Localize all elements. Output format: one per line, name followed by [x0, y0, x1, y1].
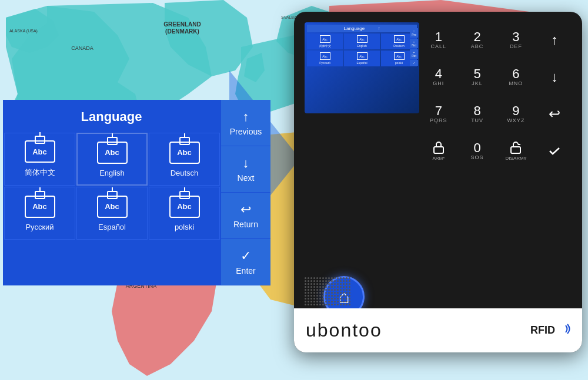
enter-check-icon: ✓: [240, 248, 251, 264]
key-arm-label: ARM*: [432, 156, 445, 161]
key-arm[interactable]: ARM*: [422, 134, 456, 167]
language-option-spanish[interactable]: Abc Español: [76, 187, 148, 240]
return-label: Return: [233, 220, 258, 229]
key-3[interactable]: 3 DEF: [499, 23, 533, 56]
speaker-dot: [349, 277, 350, 279]
key-1-number: 1: [435, 31, 442, 43]
language-option-russian[interactable]: Abc Русский: [4, 187, 75, 240]
screen-cell-chinese: Abc 简体中文: [307, 33, 343, 49]
speaker-dot: [331, 283, 333, 285]
speaker-dot: [349, 280, 350, 282]
language-label-polish: polski: [175, 223, 194, 231]
speaker-dot: [340, 280, 342, 282]
key-8-letters: TUV: [471, 117, 483, 123]
key-7[interactable]: 7 PQRS: [422, 97, 456, 130]
svg-text:CANADA: CANADA: [71, 45, 93, 51]
key-6-number: 6: [512, 68, 519, 80]
language-option-polish[interactable]: Abc polski: [149, 187, 220, 240]
speaker-dot: [343, 277, 345, 279]
speaker-dot: [337, 283, 339, 285]
nav-buttons: ↑ Previous ↓ Next ↩ Return ✓ Enter: [221, 100, 270, 285]
keypad-grid: 1 CALL 2 ABC 3 DEF ↑ 4 GHI: [422, 23, 572, 167]
speaker-dot: [310, 289, 312, 291]
key-return[interactable]: ↩: [537, 97, 572, 130]
speaker-dot: [343, 289, 345, 291]
speaker-dot: [308, 280, 309, 282]
speaker-dot: [319, 280, 321, 282]
speaker-dot: [346, 280, 348, 282]
return-button[interactable]: ↩ Return: [221, 193, 270, 239]
key-check[interactable]: [537, 134, 572, 167]
key-up[interactable]: ↑: [537, 23, 572, 56]
brand-name: ubontoo: [306, 320, 382, 341]
key-6[interactable]: 6 MNO: [499, 60, 533, 93]
speaker-dot: [349, 286, 350, 288]
speaker-dot: [334, 277, 336, 279]
speaker-dot: [349, 289, 350, 291]
speaker-dot: [343, 280, 345, 282]
key-2[interactable]: 2 ABC: [460, 23, 495, 56]
key-down[interactable]: ↓: [537, 60, 572, 93]
device-body: Language ↑ Abc 简体中文 Abc English Abc Deut…: [294, 12, 582, 352]
brand-text: ubontoo: [306, 320, 382, 341]
speaker-dot: [331, 277, 333, 279]
screen-abc-spanish: Abc: [357, 52, 368, 60]
down-arrow-icon: ↓: [551, 69, 558, 85]
speaker-dot: [340, 289, 342, 291]
next-label: Next: [238, 173, 255, 183]
next-arrow-icon: ↓: [243, 156, 249, 171]
speaker-dot: [328, 289, 330, 291]
lock-icon: [432, 140, 446, 154]
language-grid-container: Language Abc 简体中文 Abc English Abc: [3, 100, 221, 285]
key-4[interactable]: 4 GHI: [422, 60, 456, 93]
speaker-dot: [337, 289, 339, 291]
key-5[interactable]: 5 JKL: [460, 60, 495, 93]
key-1[interactable]: 1 CALL: [422, 23, 456, 56]
speaker-dot: [305, 289, 306, 291]
speaker-dot: [325, 289, 327, 291]
previous-button[interactable]: ↑ Previous: [221, 100, 270, 146]
key-4-letters: GHI: [433, 80, 444, 86]
speaker-dot: [319, 283, 321, 285]
return-key-icon: ↩: [549, 106, 560, 122]
speaker-dot: [346, 283, 348, 285]
key-7-number: 7: [435, 105, 442, 117]
language-label-deutsch: Deutsch: [171, 169, 199, 177]
key-9[interactable]: 9 WXYZ: [499, 97, 533, 130]
key-7-letters: PQRS: [430, 117, 447, 123]
key-8-number: 8: [474, 105, 481, 117]
speaker-dot: [322, 286, 324, 288]
key-5-number: 5: [474, 68, 481, 80]
speaker-dot: [322, 277, 324, 279]
language-panel-title: Language: [4, 101, 219, 133]
keypad-area: 1 CALL 2 ABC 3 DEF ↑ 4 GHI: [422, 23, 572, 311]
device-bottom-bar: ubontoo RFID: [294, 308, 582, 352]
language-option-chinese[interactable]: Abc 简体中文: [4, 133, 75, 186]
key-6-letters: MNO: [509, 80, 523, 86]
key-3-number: 3: [512, 31, 519, 43]
key-5-letters: JKL: [472, 80, 483, 86]
key-3-letters: DEF: [510, 43, 522, 49]
speaker-dot: [316, 283, 318, 285]
up-arrow-icon: ↑: [551, 32, 558, 48]
key-0[interactable]: 0 SOS: [460, 134, 495, 167]
screen-title: Language ↑: [307, 25, 417, 32]
speaker-dot: [305, 286, 306, 288]
key-8[interactable]: 8 TUV: [460, 97, 495, 130]
language-label-english: English: [99, 169, 125, 177]
key-disarm[interactable]: DISARM#: [499, 134, 533, 167]
speaker-dot: [346, 286, 348, 288]
speaker-dot: [334, 280, 336, 282]
language-option-english[interactable]: Abc English: [76, 133, 148, 186]
previous-arrow-icon: ↑: [243, 109, 249, 125]
enter-button[interactable]: ✓ Enter: [221, 239, 270, 285]
next-button[interactable]: ↓ Next: [221, 146, 270, 193]
speaker-dot: [310, 280, 312, 282]
key-0-letters: SOS: [471, 154, 484, 160]
speaker-dot: [310, 277, 312, 279]
speaker-dot: [340, 277, 342, 279]
language-option-deutsch[interactable]: Abc Deutsch: [149, 133, 220, 186]
speaker-dot: [334, 283, 336, 285]
speaker-dot: [310, 286, 312, 288]
rfid-badge: RFID: [530, 322, 570, 338]
